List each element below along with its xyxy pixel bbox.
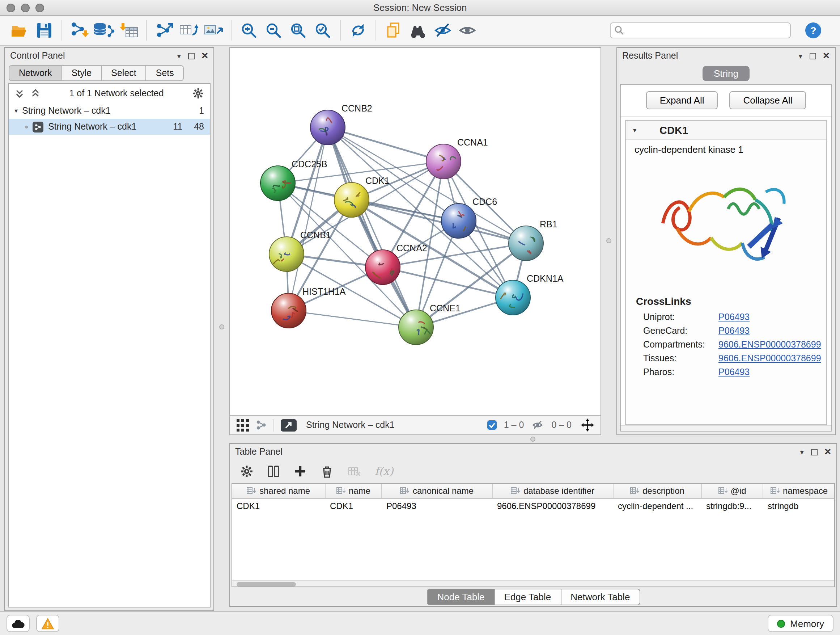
hide-selected-button[interactable]: [431, 18, 455, 43]
cloud-status-button[interactable]: [6, 615, 30, 632]
zoom-in-button[interactable]: [237, 18, 261, 43]
right-splitter-handle[interactable]: [606, 238, 611, 243]
import-network-database-button[interactable]: [92, 18, 117, 43]
import-table-file-button[interactable]: [117, 18, 141, 43]
edge-CCNB2-CCNA1[interactable]: [328, 127, 444, 162]
float-panel-button[interactable]: [810, 52, 816, 59]
left-splitter-handle[interactable]: [219, 325, 224, 329]
network-collection-row[interactable]: ▾ String Network – cdk1 1: [9, 103, 210, 119]
table-cell[interactable]: P06493: [382, 499, 493, 513]
zoom-selected-button[interactable]: [310, 18, 335, 43]
memory-button[interactable]: Memory: [767, 615, 834, 632]
crosslink-compartments-link[interactable]: 9606.ENSP00000378699: [718, 339, 821, 349]
tab-network[interactable]: Network: [9, 65, 62, 81]
close-panel-button[interactable]: ✕: [201, 51, 208, 61]
edge-CCNA2-CDKN1A[interactable]: [383, 267, 513, 298]
export-image-button[interactable]: [201, 18, 226, 43]
node-CDC6[interactable]: CDC6: [441, 196, 497, 238]
table-cell[interactable]: stringdb: [763, 499, 835, 513]
close-panel-button[interactable]: ✕: [824, 447, 831, 457]
float-panel-button[interactable]: [811, 448, 818, 455]
column-header-canonical-name[interactable]: canonical name: [382, 484, 493, 498]
warnings-button[interactable]: [36, 615, 59, 632]
crosslink-genecard-link[interactable]: P06493: [718, 325, 750, 336]
fit-content-icon[interactable]: [581, 418, 594, 432]
horizontal-splitter-handle[interactable]: [531, 437, 535, 442]
column-header-namespace[interactable]: namespace: [763, 484, 835, 498]
panel-menu-button[interactable]: ▾: [177, 52, 181, 60]
open-session-button[interactable]: [7, 18, 32, 43]
node-CDC25B[interactable]: CDC25B: [261, 159, 327, 201]
help-button[interactable]: ?: [801, 18, 826, 43]
save-session-button[interactable]: [32, 18, 57, 43]
table-cell[interactable]: cyclin-dependent ...: [614, 499, 702, 513]
close-window-button[interactable]: [6, 4, 15, 12]
detach-view-button[interactable]: [281, 419, 297, 431]
edge-HIST1H1A-CCNE1[interactable]: [289, 310, 416, 327]
float-panel-button[interactable]: [188, 52, 195, 59]
tab-edge-table[interactable]: Edge Table: [494, 588, 561, 605]
show-columns-icon[interactable]: [267, 465, 280, 478]
show-all-button[interactable]: [455, 18, 480, 43]
gear-icon[interactable]: [193, 88, 204, 99]
expand-all-button[interactable]: Expand All: [646, 91, 718, 109]
edge-CCNB2-CCNE1[interactable]: [328, 127, 416, 327]
collapse-all-button[interactable]: Collapse All: [729, 91, 806, 109]
node-CDK1[interactable]: CDK1: [334, 176, 390, 217]
table-cell[interactable]: CDK1: [325, 499, 382, 513]
tab-string[interactable]: String: [702, 65, 750, 81]
panel-menu-button[interactable]: ▾: [800, 448, 804, 456]
node-HIST1H1A[interactable]: HIST1H1A: [271, 287, 346, 328]
table-cell[interactable]: CDK1: [232, 499, 325, 513]
crosslink-tissues-link[interactable]: 9606.ENSP00000378699: [718, 353, 821, 363]
network-canvas[interactable]: CCNB2CCNA1CDC25BCDK1CDC6RB1CCNB1CCNA2CDK…: [229, 47, 601, 416]
table-row[interactable]: CDK1CDK1P064939606.ENSP00000378699cyclin…: [232, 499, 834, 513]
tree-expander-icon[interactable]: ▾: [14, 107, 18, 114]
column-header--id[interactable]: @id: [702, 484, 763, 498]
column-header-shared-name[interactable]: shared name: [232, 484, 325, 498]
first-neighbors-button[interactable]: [406, 18, 431, 43]
results-scrollbar[interactable]: [621, 425, 831, 431]
protein-section-header[interactable]: ▾ CDK1: [626, 121, 826, 140]
table-settings-gear-icon[interactable]: [240, 465, 253, 478]
table-hscrollbar: [232, 580, 834, 586]
copy-document-button[interactable]: [381, 18, 406, 43]
node-CDKN1A[interactable]: CDKN1A: [496, 273, 564, 315]
collapse-all-icon[interactable]: [14, 88, 25, 98]
column-header-description[interactable]: description: [614, 484, 702, 498]
tab-node-table[interactable]: Node Table: [427, 588, 494, 605]
crosslink-uniprot-link[interactable]: P06493: [718, 312, 750, 322]
new-network-button[interactable]: [152, 18, 177, 43]
close-panel-button[interactable]: ✕: [823, 51, 830, 61]
tab-select[interactable]: Select: [101, 65, 147, 81]
expand-all-icon[interactable]: [30, 88, 41, 98]
maximize-window-button[interactable]: [35, 4, 44, 12]
table-cell[interactable]: stringdb:9...: [702, 499, 763, 513]
minimize-window-button[interactable]: [21, 4, 30, 12]
network-graph[interactable]: CCNB2CCNA1CDC25BCDK1CDC6RB1CCNB1CCNA2CDK…: [230, 48, 600, 415]
network-row[interactable]: ● String Network – cdk1 11 48: [9, 119, 210, 135]
tab-network-table[interactable]: Network Table: [561, 588, 640, 605]
column-header-database-identifier[interactable]: database identifier: [493, 484, 614, 498]
network-overview-icon[interactable]: [256, 419, 267, 431]
import-network-file-button[interactable]: [67, 18, 92, 43]
zoom-out-button[interactable]: [261, 18, 286, 43]
panel-menu-button[interactable]: ▾: [799, 52, 802, 60]
section-expander-icon[interactable]: ▾: [633, 126, 636, 134]
add-column-icon[interactable]: [294, 465, 307, 478]
tab-style[interactable]: Style: [62, 65, 102, 81]
column-header-name[interactable]: name: [325, 484, 382, 498]
apply-layout-button[interactable]: [346, 18, 370, 43]
node-CCNB1[interactable]: CCNB1: [269, 230, 331, 272]
delete-column-icon[interactable]: [321, 465, 333, 478]
search-input[interactable]: [610, 22, 791, 38]
table-cell[interactable]: 9606.ENSP00000378699: [493, 499, 614, 513]
node-RB1[interactable]: RB1: [508, 219, 557, 261]
grid-view-icon[interactable]: [237, 419, 249, 431]
new-network-from-table-button[interactable]: [177, 18, 201, 43]
crosslink-pharos-link[interactable]: P06493: [718, 367, 750, 377]
hscrollbar-thumb[interactable]: [237, 582, 296, 586]
tab-sets[interactable]: Sets: [146, 65, 184, 81]
zoom-fit-button[interactable]: [286, 18, 310, 43]
node-CCNA1[interactable]: CCNA1: [426, 137, 488, 179]
